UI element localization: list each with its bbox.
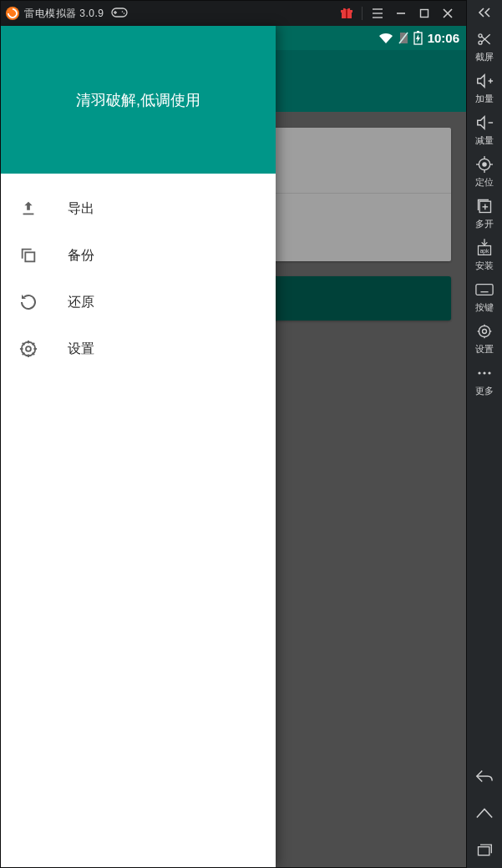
hamburger-icon[interactable]	[366, 1, 389, 26]
sidebar-item-label: 加量	[475, 93, 494, 105]
wifi-icon	[378, 33, 393, 44]
sidebar-multi-instance[interactable]: 多开	[467, 192, 502, 234]
gamepad-icon	[111, 8, 128, 20]
copy-icon	[18, 245, 39, 266]
volume-down-icon	[475, 113, 494, 133]
minimize-button[interactable]	[389, 1, 413, 26]
sidebar-item-label: 更多	[475, 385, 494, 397]
sidebar-item-label: 截屏	[475, 51, 494, 63]
no-sim-icon	[398, 32, 408, 44]
drawer-header: 清羽破解,低调使用	[1, 26, 276, 174]
drawer-item-label: 设置	[68, 341, 94, 358]
drawer-item-export[interactable]: 导出	[1, 185, 276, 232]
drawer-item-restore[interactable]: 还原	[1, 279, 276, 326]
volume-up-icon	[475, 71, 494, 91]
sidebar-keymap[interactable]: 按键	[467, 275, 502, 317]
drawer-header-title: 清羽破解,低调使用	[76, 90, 200, 110]
sidebar-volume-up[interactable]: 加量	[467, 67, 502, 108]
drawer-item-backup[interactable]: 备份	[1, 232, 276, 279]
svg-rect-49	[476, 284, 493, 295]
sidebar-more[interactable]: 更多	[467, 359, 502, 401]
upload-icon	[18, 198, 39, 220]
svg-point-3	[121, 11, 123, 13]
battery-charging-icon	[413, 31, 423, 45]
svg-rect-68	[479, 847, 489, 855]
svg-point-4	[123, 13, 124, 14]
emulator-screen: 10:06 清羽破解,低调使用 导出	[1, 26, 466, 867]
sidebar-screenshot[interactable]: 截屏	[467, 25, 502, 67]
svg-point-60	[483, 329, 487, 333]
drawer-item-settings[interactable]: 设置	[1, 326, 276, 372]
keyboard-icon	[475, 280, 494, 300]
emulator-sidebar: 截屏 加量 减量 定位 多开	[467, 0, 502, 868]
gear-icon	[18, 338, 39, 360]
status-time: 10:06	[428, 31, 459, 45]
svg-point-20	[26, 346, 31, 351]
svg-point-59	[479, 326, 489, 336]
titlebar-divider	[362, 7, 363, 20]
sidebar-settings[interactable]: 设置	[467, 317, 502, 359]
window-titlebar: 雷电模拟器 3.0.9	[1, 1, 466, 26]
sidebar-item-label: 设置	[475, 343, 494, 356]
drawer-item-label: 还原	[68, 294, 94, 311]
sidebar-item-label: 定位	[475, 176, 494, 189]
sidebar-location[interactable]: 定位	[467, 150, 502, 192]
scissors-icon	[476, 29, 493, 49]
sidebar-volume-down[interactable]: 减量	[467, 108, 502, 150]
svg-rect-12	[421, 10, 428, 18]
svg-point-65	[478, 371, 480, 374]
svg-rect-19	[25, 252, 34, 261]
android-back-button[interactable]	[467, 758, 502, 795]
restore-icon	[18, 291, 39, 313]
sidebar-item-label: 按键	[475, 301, 494, 314]
sidebar-item-label: 减量	[475, 134, 494, 147]
maximize-button[interactable]	[413, 1, 436, 26]
svg-rect-7	[346, 10, 347, 18]
sidebar-item-label: 安装	[475, 260, 494, 272]
sidebar-item-label: 多开	[475, 218, 494, 230]
more-dots-icon	[477, 363, 492, 383]
apk-install-icon: apk	[476, 238, 493, 258]
svg-text:apk: apk	[480, 247, 489, 254]
svg-rect-17	[417, 31, 419, 33]
gear-icon	[476, 321, 493, 341]
drawer-item-label: 备份	[68, 247, 94, 265]
app-logo-icon	[6, 7, 19, 20]
svg-marker-18	[416, 34, 420, 43]
drawer-item-label: 导出	[68, 200, 94, 218]
location-icon	[476, 154, 493, 174]
svg-point-67	[488, 371, 490, 374]
navigation-drawer: 清羽破解,低调使用 导出 备份	[1, 26, 276, 867]
android-home-button[interactable]	[467, 795, 502, 831]
app-title: 雷电模拟器 3.0.9	[24, 7, 104, 21]
sidebar-install-apk[interactable]: apk 安装	[467, 234, 502, 275]
svg-point-38	[483, 162, 486, 165]
close-button[interactable]	[436, 1, 459, 26]
gift-icon[interactable]	[335, 1, 358, 26]
android-recents-button[interactable]	[467, 831, 502, 868]
add-window-icon	[476, 196, 493, 216]
collapse-sidebar-button[interactable]	[467, 0, 502, 25]
svg-point-66	[483, 371, 485, 374]
